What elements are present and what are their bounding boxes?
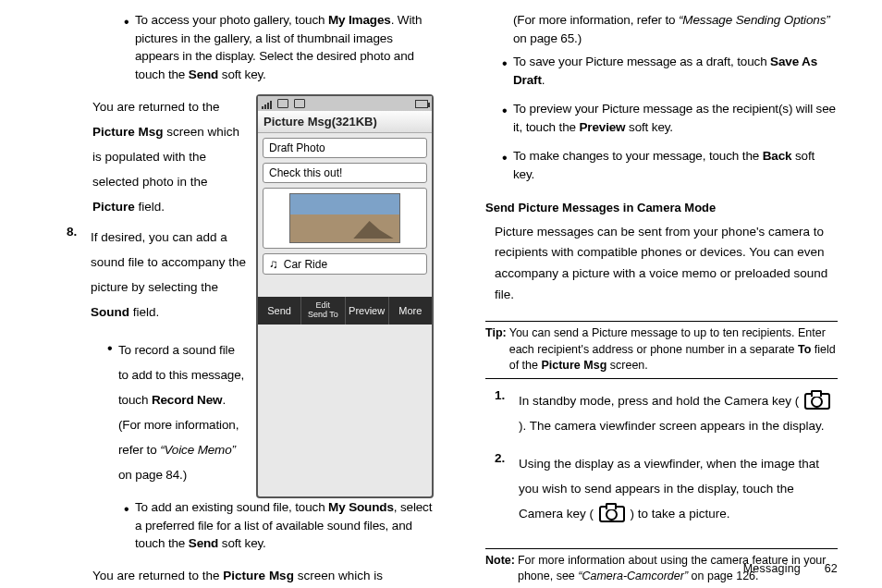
bullet-back: • To make changes to your message, touch… xyxy=(500,147,838,189)
draft-photo-field[interactable]: Draft Photo xyxy=(263,138,427,158)
softkey-edit-sendto[interactable]: EditSend To xyxy=(301,297,345,325)
phone-title: Picture Msg(321KB) xyxy=(258,111,432,133)
footer-page-number: 62 xyxy=(825,562,838,575)
softkey-preview[interactable]: Preview xyxy=(346,297,389,325)
signal-icon xyxy=(262,99,272,109)
footer-section: Messaging xyxy=(743,562,801,575)
heading-send-camera: Send Picture Messages in Camera Mode xyxy=(485,201,838,214)
bullet-my-images: • To access your photo gallery, touch My… xyxy=(122,11,434,89)
returned-to-picture-msg: You are returned to the Picture Msg scre… xyxy=(92,94,247,219)
softkey-send[interactable]: Send xyxy=(258,297,301,325)
phone-statusbar xyxy=(258,96,432,111)
bullet-dot: • xyxy=(122,11,135,89)
status-icon xyxy=(277,99,288,108)
camera-icon xyxy=(804,393,830,410)
camera-step-1: 1. In standby mode, press and hold the C… xyxy=(495,388,838,444)
left-column: • To access your photo gallery, touch My… xyxy=(81,11,459,577)
phone-softkeys: Send EditSend To Preview More xyxy=(258,297,432,325)
returned-to-sound: You are returned to the Picture Msg scre… xyxy=(92,564,434,588)
sound-field[interactable]: ♫ Car Ride xyxy=(263,253,427,275)
page-footer: Messaging 62 xyxy=(743,562,838,575)
bullet-preview: • To preview your Picture message as the… xyxy=(500,100,838,141)
music-note-icon: ♫ xyxy=(269,257,278,271)
battery-icon xyxy=(415,100,428,108)
camera-intro-para: Picture messages can be sent from your p… xyxy=(495,222,838,307)
picture-preview-field[interactable] xyxy=(263,188,427,249)
text-plus-phone-row: You are returned to the Picture Msg scre… xyxy=(81,94,434,498)
photo-thumbnail xyxy=(289,193,400,243)
status-icon xyxy=(294,99,305,108)
camera-step-2: 2. Using the display as a viewfinder, wh… xyxy=(495,451,838,532)
camera-step-1-number: 1. xyxy=(495,388,519,444)
bullet-save-draft: • To save your Picture message as a draf… xyxy=(500,53,838,94)
sound-name: Car Ride xyxy=(284,258,327,271)
step-8: 8. If desired, you can add a sound file … xyxy=(67,225,247,330)
camera-step-2-number: 2. xyxy=(495,451,519,532)
tip-box: Tip: You can send a Picture message to u… xyxy=(485,321,838,379)
right-column: (For more information, refer to “Message… xyxy=(459,11,838,577)
bullet-my-sounds: • To add an existing sound file, touch M… xyxy=(122,498,434,558)
camera-icon xyxy=(599,506,625,522)
step-8-number: 8. xyxy=(67,225,91,330)
note-label: Note: xyxy=(485,553,515,585)
softkey-more[interactable]: More xyxy=(389,297,432,325)
text-input-field[interactable]: Check this out! xyxy=(263,163,427,183)
tip-label: Tip: xyxy=(485,325,507,374)
cont-sending-options: (For more information, refer to “Message… xyxy=(513,11,838,47)
phone-mock: Picture Msg(321KB) Draft Photo Check thi… xyxy=(256,94,434,498)
bullet-record-new: • To record a sound file to add to this … xyxy=(105,337,247,493)
